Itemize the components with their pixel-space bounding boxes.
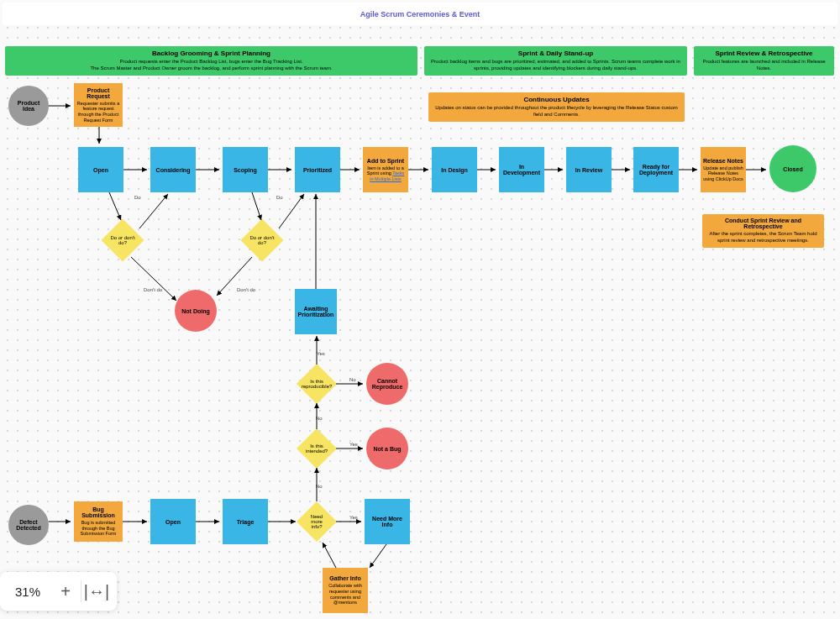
node-defect-detected[interactable]: Defect Detected [8,505,49,545]
node-awaiting-prioritization[interactable]: Awaiting Prioritization [295,289,337,334]
node-not-a-bug[interactable]: Not a Bug [366,428,408,469]
node-open-2[interactable]: Open [150,499,196,544]
zoom-percent[interactable]: 31% [5,585,50,599]
node-in-review[interactable]: In Review [566,147,612,192]
banner-sprint-desc: Product backlog items and bugs are prior… [429,59,682,72]
node-in-development[interactable]: In Development [499,147,544,192]
node-ready-deployment[interactable]: Ready for Deployment [633,147,679,192]
zoom-in-button[interactable]: + [50,576,81,606]
node-gather-info[interactable]: Gather Info Collaborate with requester u… [323,568,368,613]
banner-review-title: Sprint Review & Retrospective [699,50,829,57]
node-prioritized[interactable]: Prioritized [295,147,340,192]
page-title: Agile Scrum Ceremonies & Event [360,10,480,18]
label-do-2: Do [275,195,285,200]
banner-backlog-desc1: Product requests enter the Product Backl… [10,59,412,66]
label-dont-1: Don't do [142,287,164,292]
canvas-dotgrid[interactable] [0,0,840,619]
banner-backlog-desc2: The Scrum Master and Product Owner groom… [10,66,412,72]
node-release-notes[interactable]: Release Notes Update and publish Release… [701,147,746,192]
banner-continuous-updates: Continuous Updates Updates on status can… [428,92,685,122]
node-cannot-reproduce[interactable]: Cannot Reproduce [366,363,408,405]
label-yes-more: Yes [348,515,360,520]
node-not-doing[interactable]: Not Doing [175,290,217,332]
node-closed[interactable]: Closed [769,145,816,192]
node-conduct-review[interactable]: Conduct Sprint Review and Retrospective … [702,214,824,248]
node-scoping[interactable]: Scoping [223,147,268,192]
banner-review: Sprint Review & Retrospective Product fe… [694,46,834,76]
banner-backlog: Backlog Grooming & Sprint Planning Produ… [5,46,417,76]
zoom-fit-button[interactable]: |↔| [81,576,112,606]
node-considering[interactable]: Considering [150,147,196,192]
label-dont-2: Don't do [235,287,257,292]
banner-sprint-title: Sprint & Daily Stand-up [429,50,682,57]
label-do-1: Do [133,195,143,200]
banner-review-desc: Product features are launched and includ… [699,59,829,72]
node-add-to-sprint[interactable]: Add to Sprint Item is added to a Sprint … [363,147,408,192]
label-no-repro: No [348,377,358,382]
label-yes-intended: Yes [348,442,360,447]
node-triage[interactable]: Triage [223,499,268,544]
node-in-design[interactable]: In Design [432,147,477,192]
node-open-1[interactable]: Open [78,147,123,192]
page-title-bar: Agile Scrum Ceremonies & Event [3,3,837,25]
label-no-more: No [314,484,324,489]
node-product-idea[interactable]: Product Idea [8,86,49,126]
banner-backlog-title: Backlog Grooming & Sprint Planning [10,50,412,57]
banner-cu-title: Continuous Updates [433,96,680,103]
label-no-intended: No [314,416,324,421]
banner-sprint: Sprint & Daily Stand-up Product backlog … [424,46,687,76]
node-product-request[interactable]: Product Request Requester submits a feat… [74,83,123,127]
label-yes-repro: Yes [315,351,327,356]
node-need-more-info[interactable]: Need More Info [365,499,410,544]
node-bug-submission[interactable]: Bug Submission Bug is submitted through … [74,501,123,542]
zoom-control: 31% + |↔| [0,572,117,611]
banner-cu-desc: Updates on status can be provided throug… [433,105,680,118]
